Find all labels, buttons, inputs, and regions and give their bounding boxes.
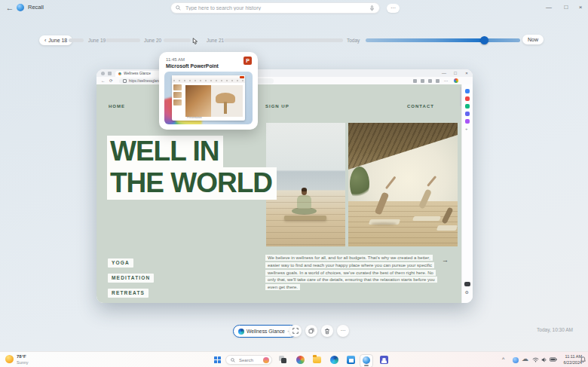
page-scrollbar[interactable] [460, 87, 462, 106]
profile-icon[interactable] [101, 72, 105, 75]
sidebar-app-icon[interactable] [465, 104, 470, 109]
history-search[interactable] [170, 2, 380, 14]
timeline-segment[interactable] [164, 38, 191, 42]
teams-app-icon[interactable] [380, 356, 388, 364]
browser-sidebar: + ⚙ [461, 84, 473, 303]
timeline-segment[interactable] [69, 38, 84, 42]
weather-sun-icon[interactable] [5, 355, 14, 363]
battery-icon[interactable] [550, 357, 557, 362]
window-maximize-button[interactable]: □ [560, 2, 572, 13]
browser-more-icon[interactable]: ⋯ [444, 78, 449, 83]
task-view-button[interactable] [279, 356, 287, 364]
window-minimize-button[interactable]: — [543, 2, 555, 13]
nav-contact[interactable]: CONTACT [407, 104, 434, 109]
timeline-day-june20[interactable]: June 20 [144, 38, 161, 43]
copy-button[interactable] [305, 325, 317, 337]
snapshot-main[interactable]: Wellness Glance × — □ × ← ⟳ https://well… [96, 69, 473, 303]
browser-close-button[interactable]: × [462, 70, 471, 77]
sidebar-app-icon[interactable] [465, 112, 470, 116]
source-app-pill[interactable]: Wellness Glance ⋯ [233, 325, 297, 338]
reading-mode-icon[interactable] [464, 282, 470, 286]
arrow-right-icon[interactable]: → [442, 256, 449, 264]
slide-photo [211, 85, 243, 117]
bookmark-icon[interactable] [421, 79, 424, 83]
timeline-day-june18[interactable]: ‹ June 18 [39, 35, 72, 45]
sidebar-app-icon[interactable] [465, 96, 470, 101]
timeline-scrubber-handle[interactable] [480, 36, 488, 44]
photo-yoga-class [348, 123, 458, 246]
wifi-icon[interactable] [532, 357, 539, 362]
photos-app-icon[interactable] [296, 356, 305, 364]
notification-bell-icon[interactable] [580, 356, 586, 362]
volume-icon[interactable] [541, 357, 547, 362]
browser-reload-icon[interactable]: ⟳ [109, 78, 113, 83]
back-button[interactable]: ← [5, 2, 15, 13]
source-app-label: Wellness Glance [247, 329, 285, 334]
timeline-day-label: June 18 [48, 38, 67, 43]
browser-minimize-button[interactable]: — [439, 70, 449, 77]
start-button[interactable] [214, 356, 221, 363]
select-region-button[interactable] [289, 325, 302, 337]
sidebar-app-icon[interactable] [465, 89, 470, 93]
timeline-today-track[interactable] [366, 38, 520, 42]
sidebar-app-icon[interactable] [465, 119, 470, 124]
file-explorer-icon[interactable] [313, 356, 321, 363]
timeline-segment[interactable] [224, 38, 343, 42]
tab-title: Wellness Glance [124, 72, 164, 75]
timeline-day-june19[interactable]: June 19 [88, 38, 106, 43]
search-highlight-icon [263, 357, 269, 363]
extension-icon[interactable] [413, 79, 417, 83]
tray-windows-update-icon[interactable] [513, 357, 519, 363]
delete-button[interactable] [321, 325, 333, 337]
preview-thumbnail[interactable]: Presentation [164, 72, 253, 124]
search-input[interactable] [184, 5, 366, 11]
nav-home[interactable]: HOME [109, 104, 125, 109]
sidebar-add-icon[interactable]: + [465, 127, 468, 131]
settings-more-button[interactable]: ⋯ [387, 4, 400, 13]
tray-expand-caret[interactable]: ^ [502, 356, 504, 362]
app-title: Recall [28, 4, 44, 11]
timeline-segment[interactable] [106, 38, 140, 42]
share-icon[interactable] [428, 79, 432, 83]
slide-canvas [185, 85, 243, 117]
onedrive-cloud-icon[interactable]: ☁ [522, 355, 528, 362]
search-icon [231, 358, 235, 362]
more-actions-button[interactable]: ⋯ [337, 325, 349, 337]
intro-paragraph: We believe in wellness for all, and for … [265, 255, 438, 292]
menu-yoga[interactable]: YOGA [108, 258, 133, 268]
slide-art [185, 85, 211, 117]
hero-line-2: THE WORLD [107, 167, 277, 199]
taskbar-search[interactable] [225, 355, 272, 365]
chevron-left-icon: ‹ [44, 38, 46, 43]
nav-signup[interactable]: SIGN UP [265, 104, 289, 109]
store-app-icon[interactable] [347, 356, 355, 364]
search-icon [176, 5, 181, 11]
weather-temp[interactable]: 78°F [17, 354, 26, 359]
tray-clock[interactable]: 11:11 AM 6/22/2024 [559, 354, 582, 365]
tab-search-icon[interactable] [108, 72, 112, 75]
taskbar: 78°F Sunny ^ ☁ 11:11 AM 6/22/2024 [0, 351, 588, 367]
window-close-button[interactable]: × [574, 2, 586, 13]
edge-app-icon[interactable] [330, 356, 338, 364]
tray-date: 6/22/2024 [559, 360, 582, 366]
timeline-now-button[interactable]: Now [522, 35, 544, 44]
recall-app-icon [363, 356, 370, 364]
browser-back-icon[interactable]: ← [101, 78, 106, 83]
timeline-day-june21[interactable]: June 21 [207, 38, 224, 43]
mouse-cursor [191, 37, 199, 50]
menu-meditation[interactable]: MEDITATION [108, 274, 154, 283]
taskbar-search-input[interactable] [237, 357, 261, 363]
collections-icon[interactable] [436, 79, 439, 83]
gear-icon[interactable]: ⚙ [465, 289, 469, 295]
browser-profile-avatar[interactable] [454, 78, 458, 83]
browser-maximize-button[interactable]: □ [451, 70, 460, 77]
powerpoint-window-thumb: Presentation [172, 75, 245, 121]
weather-condition[interactable]: Sunny [17, 360, 29, 365]
ribbon [172, 78, 245, 83]
recall-app-active[interactable] [360, 354, 373, 367]
snapshot-preview-card[interactable]: 11:45 AM P Microsoft PowerPoint Presenta… [159, 52, 258, 130]
microphone-icon[interactable] [369, 5, 375, 11]
snapshot-timestamp: Today, 10:30 AM [520, 327, 573, 332]
menu-retreats[interactable]: RETREATS [108, 289, 149, 298]
preview-time: 11:45 AM [166, 57, 185, 62]
